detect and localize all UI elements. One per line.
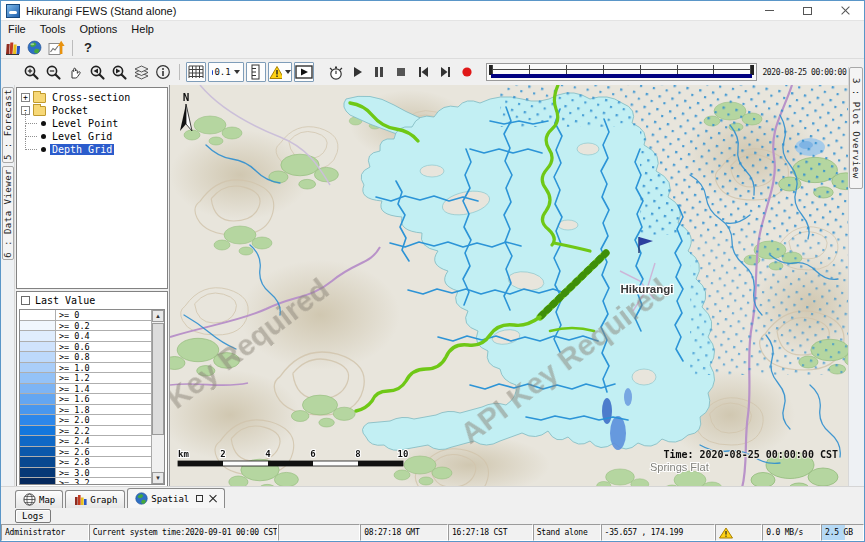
layers-button[interactable]	[131, 62, 151, 82]
legend-swatch	[20, 384, 56, 394]
scale-ruler-button[interactable]	[246, 62, 266, 82]
legend-swatch	[20, 415, 56, 425]
zoom-in-button[interactable]	[21, 62, 41, 82]
pause-button[interactable]	[369, 62, 389, 82]
timer-button[interactable]	[325, 62, 345, 82]
tab-forecast[interactable]: 5 : Forecast	[2, 87, 14, 163]
info-button[interactable]	[153, 62, 173, 82]
status-gmt-text: 08:27:18 GMT	[364, 528, 419, 537]
zoom-previous-button[interactable]	[87, 62, 107, 82]
record-button[interactable]	[457, 62, 477, 82]
menu-options[interactable]: Options	[72, 22, 124, 36]
tab-spatial[interactable]: Spatial	[127, 488, 225, 508]
skip-start-button[interactable]	[413, 62, 433, 82]
tab-maximize-icon[interactable]	[196, 495, 203, 502]
svg-text:4: 4	[265, 449, 271, 459]
tree-item-level-point[interactable]: Level Point	[19, 117, 165, 130]
classbreak-dropdown[interactable]: 0.1	[208, 62, 244, 82]
timeseries-button[interactable]	[46, 38, 66, 58]
status-memory[interactable]: 2.5 GB	[821, 524, 864, 541]
tree-item-label: Level Point	[50, 118, 120, 129]
menu-file[interactable]: File	[1, 22, 33, 36]
map-display-button[interactable]	[24, 38, 44, 58]
grid-toggle-button[interactable]	[186, 62, 206, 82]
tab-graph[interactable]: Graph	[65, 490, 125, 508]
legend-label: >= 2.0	[56, 415, 90, 425]
record-icon	[459, 64, 475, 80]
legend-row: >= 0.8	[20, 352, 151, 363]
grid-icon	[188, 65, 204, 79]
close-button[interactable]	[826, 1, 864, 20]
legend-swatch	[20, 363, 56, 373]
tree-item-pocket[interactable]: - Pocket	[19, 104, 165, 117]
help-button[interactable]: ?	[78, 40, 98, 55]
tab-forecast-label: 5 : Forecast	[3, 89, 13, 160]
legend-label: >= 0.4	[56, 331, 90, 341]
tab-plot-overview[interactable]: 3 : Plot Overview	[849, 67, 863, 189]
status-warning[interactable]	[715, 524, 762, 541]
legend-scrollbar[interactable]: ▲ ▼	[151, 310, 164, 484]
warning-dropdown[interactable]	[268, 62, 292, 82]
tab-map[interactable]: Map	[15, 490, 63, 508]
tree-item-cross-section[interactable]: + Cross-section	[19, 91, 165, 104]
legend-label: >= 3.2	[56, 478, 90, 485]
legend-row: >= 0.4	[20, 331, 151, 342]
menu-tools[interactable]: Tools	[33, 22, 73, 36]
svg-text:km: km	[178, 449, 189, 459]
status-spare	[278, 524, 360, 541]
legend-label: >= 2.6	[56, 447, 90, 457]
status-system-time-text: Current system time:2020-09-01 00:00 CST	[93, 528, 278, 537]
pan-button[interactable]	[65, 62, 85, 82]
tree-item-level-grid[interactable]: Level Grid	[19, 130, 165, 143]
tab-data-viewer[interactable]: 6 : Data Viewer	[2, 166, 14, 260]
filter-tree: + Cross-section - Pocket Level Point	[16, 87, 168, 289]
menu-help[interactable]: Help	[124, 22, 161, 36]
bullet-icon	[41, 121, 46, 126]
tree-item-label: Pocket	[50, 105, 90, 116]
scroll-down-icon[interactable]: ▼	[152, 472, 164, 484]
legend-label: >= 1.2	[56, 373, 90, 383]
svg-text:6: 6	[310, 449, 315, 459]
tree-item-depth-grid[interactable]: Depth Grid	[19, 143, 165, 156]
status-mode: Stand alone	[533, 524, 601, 541]
minimize-button[interactable]	[750, 1, 788, 20]
globe-icon	[135, 492, 148, 505]
legend-swatch	[20, 478, 56, 485]
right-tab-strip: 3 : Plot Overview	[848, 67, 864, 486]
info-icon	[155, 64, 171, 80]
legend-swatch	[20, 426, 56, 436]
legend-swatch	[20, 436, 56, 446]
stopwatch-icon	[327, 64, 344, 81]
left-tab-strip: 5 : Forecast 6 : Data Viewer	[1, 85, 15, 486]
play-icon	[349, 64, 365, 80]
legend-label: >= 0.8	[56, 352, 90, 362]
tab-close-icon[interactable]	[209, 495, 217, 503]
map-canvas[interactable]: API Key Required API Key Required Hikura…	[170, 85, 850, 488]
scroll-up-icon[interactable]: ▲	[152, 310, 164, 322]
status-speed-text: 0.0 MB/s	[766, 528, 803, 537]
zoom-out-button[interactable]	[43, 62, 63, 82]
zoom-next-button[interactable]	[109, 62, 129, 82]
svg-text:N: N	[183, 91, 190, 104]
last-value-checkbox[interactable]	[21, 296, 30, 305]
zoom-next-icon	[110, 64, 128, 81]
legend-swatch	[20, 405, 56, 415]
expand-icon[interactable]: +	[21, 93, 30, 102]
legend-label: >= 2.8	[56, 457, 90, 467]
scrollbar-thumb[interactable]	[152, 323, 164, 435]
legend-swatch	[20, 331, 56, 341]
timeline-slider[interactable]	[486, 63, 757, 81]
app-icon	[6, 4, 20, 18]
stop-button[interactable]	[391, 62, 411, 82]
maximize-button[interactable]	[788, 1, 826, 20]
legend-row: >= 1.4	[20, 384, 151, 395]
skip-end-button[interactable]	[435, 62, 455, 82]
legend-label: >= 1.8	[56, 405, 90, 415]
data-display-button[interactable]	[2, 38, 22, 58]
svg-text:10: 10	[398, 449, 409, 459]
play-button[interactable]	[347, 62, 367, 82]
status-system-time: Current system time:2020-09-01 00:00 CST	[89, 524, 279, 541]
animation-button[interactable]	[294, 62, 314, 82]
chart-arrow-icon	[48, 40, 65, 56]
logs-button[interactable]: Logs	[15, 509, 51, 523]
